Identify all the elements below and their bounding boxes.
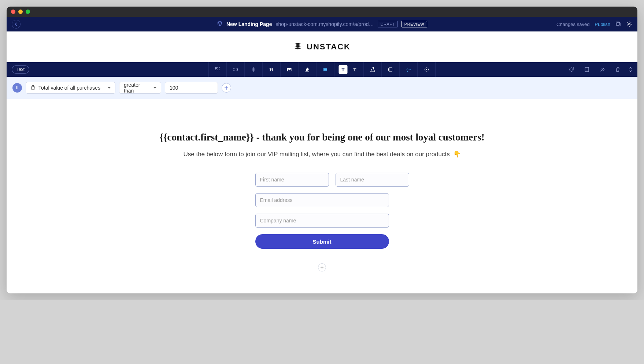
svg-rect-6 <box>215 70 216 70</box>
shopping-bag-icon <box>30 85 36 90</box>
close-window-button[interactable] <box>11 10 15 14</box>
brand-name: UNSTACK <box>307 42 351 52</box>
code-tool[interactable]: {→} <box>404 65 413 74</box>
svg-rect-1 <box>616 22 619 25</box>
svg-rect-4 <box>218 67 218 68</box>
preview-button[interactable]: PREVIEW <box>401 21 427 27</box>
text-light-tool[interactable]: T <box>351 65 359 74</box>
svg-point-14 <box>288 69 289 70</box>
page-canvas: {{contact.first_name}} - thank you for b… <box>7 99 637 293</box>
visibility-off-tool[interactable] <box>598 65 607 74</box>
condition-operator-label: greater than <box>124 82 148 94</box>
editor-toolbar: Text H T T <box>7 62 637 77</box>
align-left-tool[interactable] <box>321 65 330 74</box>
topbar-center: New Landing Page shop-unstack-com.myshop… <box>217 20 427 28</box>
chevron-left-icon <box>14 22 18 26</box>
chevron-down-icon <box>629 70 632 72</box>
refresh-tool[interactable] <box>567 65 576 74</box>
plus-icon <box>224 86 229 90</box>
condition-field-select[interactable]: Total value of all purchases <box>26 82 115 94</box>
svg-point-2 <box>629 23 630 25</box>
chevron-up-icon <box>629 67 632 69</box>
minimize-window-button[interactable] <box>18 10 23 14</box>
submit-button[interactable]: Submit <box>255 234 389 249</box>
add-condition-button[interactable] <box>222 83 231 93</box>
condition-bar: If Total value of all purchases greater … <box>7 77 637 99</box>
device-tool[interactable] <box>582 65 591 74</box>
svg-rect-11 <box>252 68 255 71</box>
toolbar-right <box>567 65 632 74</box>
headline-text[interactable]: {{contact.first_name}} - thank you for b… <box>21 132 623 143</box>
add-section-button[interactable] <box>318 263 326 271</box>
text-dark-tool[interactable]: T <box>339 65 348 74</box>
target-tool[interactable] <box>422 65 431 74</box>
image-tool[interactable] <box>285 65 294 74</box>
svg-point-26 <box>426 69 427 70</box>
publish-button[interactable]: Publish <box>595 22 610 27</box>
draft-badge: DRAFT <box>378 21 398 27</box>
svg-rect-3 <box>215 67 217 69</box>
company-input[interactable] <box>255 214 389 228</box>
svg-text:T: T <box>354 67 356 72</box>
page-title: New Landing Page <box>226 21 272 27</box>
subhead-copy: Use the below form to join our VIP maili… <box>183 151 449 158</box>
maximize-window-button[interactable] <box>26 10 30 14</box>
subhead-text[interactable]: Use the below form to join our VIP maili… <box>21 150 623 158</box>
condition-operator-select[interactable]: greater than <box>119 82 161 94</box>
svg-rect-9 <box>233 68 238 71</box>
svg-rect-0 <box>617 23 620 26</box>
condition-value-input[interactable] <box>165 82 218 94</box>
topbar-right: Changes saved Publish <box>556 21 632 27</box>
traffic-lights <box>11 10 30 14</box>
text-element-pill[interactable]: Text <box>12 65 29 74</box>
svg-text:T: T <box>342 67 345 72</box>
svg-rect-8 <box>219 70 220 70</box>
align-center-tool[interactable] <box>249 65 258 74</box>
svg-text:{→}: {→} <box>407 67 412 72</box>
brand: UNSTACK <box>293 42 351 52</box>
brand-header: UNSTACK <box>7 31 637 62</box>
brand-logo-icon <box>293 42 302 52</box>
form: Submit <box>255 173 389 249</box>
gear-icon[interactable] <box>626 21 632 27</box>
pointing-down-emoji: 👇 <box>453 151 461 158</box>
svg-rect-5 <box>219 67 220 68</box>
svg-text:H: H <box>270 67 273 72</box>
section-box-tool[interactable] <box>231 65 240 74</box>
svg-rect-17 <box>324 68 327 71</box>
heading-tool[interactable]: H <box>267 65 276 74</box>
last-name-input[interactable] <box>336 173 409 187</box>
copy-icon[interactable] <box>615 21 621 27</box>
page-url: shop-unstack-com.myshopify.com/a/prod… <box>275 21 374 27</box>
save-status: Changes saved <box>556 22 589 27</box>
grid-margin-tool[interactable] <box>213 65 222 74</box>
toolbar-center: H T T {→} <box>208 62 436 77</box>
unstack-logo-icon <box>217 20 223 28</box>
svg-rect-7 <box>218 70 218 70</box>
svg-rect-21 <box>389 68 392 71</box>
back-button[interactable] <box>12 20 21 29</box>
paint-tool[interactable] <box>303 65 312 74</box>
app-window: New Landing Page shop-unstack-com.myshop… <box>7 7 637 293</box>
plus-icon <box>320 266 324 269</box>
carousel-tool[interactable] <box>386 65 395 74</box>
window-titlebar <box>7 7 637 17</box>
if-badge: If <box>12 83 22 93</box>
first-name-input[interactable] <box>255 173 329 187</box>
reorder-arrows[interactable] <box>629 67 632 72</box>
experiment-tool[interactable] <box>369 65 377 74</box>
condition-field-label: Total value of all purchases <box>38 85 100 91</box>
top-navigation-bar: New Landing Page shop-unstack-com.myshop… <box>7 17 637 31</box>
delete-tool[interactable] <box>613 65 622 74</box>
email-input[interactable] <box>255 193 389 207</box>
